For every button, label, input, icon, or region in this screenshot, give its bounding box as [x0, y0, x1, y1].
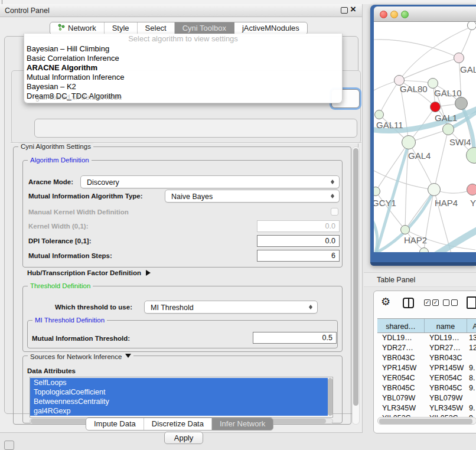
table-cell: YBR043C	[429, 354, 462, 362]
table-cell: YBL079W	[382, 394, 415, 402]
attribute-list-item[interactable]: gal4RGexp	[30, 406, 328, 416]
attribute-list-item[interactable]: BetweennessCentrality	[30, 397, 328, 406]
attribute-list-item[interactable]: TopologicalCoefficient	[30, 387, 328, 397]
table-body: YDL19…YDL19…13YDR27…YDR27…12YBR043CYBR04…	[377, 333, 476, 419]
dpi-tolerance-field[interactable]: 0.0	[257, 235, 340, 247]
aracne-mode-combo[interactable]: Discovery	[80, 175, 340, 188]
deselect-all-icon[interactable]	[443, 299, 458, 306]
tab-label: Select	[145, 22, 167, 34]
table-panel: ⚙ ✓ ✓ shared…nameA YDL19…YDL19…13YDR27…Y…	[373, 291, 476, 433]
cyni-bottom-tabbar: Impute DataDiscretize DataInfer Network	[86, 418, 273, 431]
close-icon[interactable]: ×	[350, 4, 356, 15]
tab-discretize-data[interactable]: Discretize Data	[144, 418, 212, 430]
tab-network[interactable]: Network	[50, 22, 105, 34]
minimize-traffic-light-icon[interactable]	[390, 11, 398, 18]
column-header-a[interactable]: A	[467, 319, 476, 333]
network-window-titlebar[interactable]	[374, 6, 476, 22]
settings-scrollbar-thumb[interactable]	[353, 148, 358, 406]
network-data-combo-fragment[interactable]	[34, 119, 357, 138]
table-row[interactable]: YER054CYER054C8.	[377, 373, 476, 383]
tab-infer-network[interactable]: Infer Network	[212, 418, 273, 430]
mi-algorithm-type-combo[interactable]: Naive Bayes	[165, 190, 340, 203]
tab-label: Network	[68, 22, 96, 34]
table-row[interactable]: YBR045CYBR045C9.	[377, 383, 476, 393]
table-scrollbar-thumb[interactable]	[379, 419, 472, 424]
node-label: SWI4	[449, 137, 471, 147]
table-panel-titlebar: Table Panel	[364, 272, 476, 287]
table-cell: 9.	[469, 384, 475, 392]
sources-title-text: Sources for Network Inference	[30, 353, 122, 360]
gear-icon[interactable]: ⚙	[381, 296, 390, 308]
dropdown-item-basic-correlation-inference[interactable]: Basic Correlation Inference	[24, 54, 342, 63]
network-node-gal[interactable]	[454, 53, 464, 63]
background-combo-text: galFiltered.sif default node	[35, 93, 122, 102]
network-node-gal4[interactable]	[402, 135, 416, 149]
float-window-icon[interactable]	[341, 7, 348, 14]
tab-impute-data[interactable]: Impute Data	[86, 418, 144, 430]
manual-kernel-width-checkbox[interactable]	[331, 208, 338, 216]
kernel-width-field[interactable]: 0.0	[257, 220, 340, 232]
which-threshold-combo[interactable]: MI Threshold	[144, 301, 318, 314]
table-row[interactable]: YBL079WYBL079W	[377, 393, 476, 403]
network-canvas[interactable]: GALGAL80GAL10GAL1GAL11SWI4GAL4GCY1HAP4YH…	[374, 22, 476, 252]
close-traffic-light-icon[interactable]	[380, 11, 387, 18]
attribute-list-item[interactable]: SelfLoops	[30, 378, 328, 387]
document-icon[interactable]	[467, 296, 476, 309]
table-cell: YBL079W	[429, 394, 462, 402]
table-cell: YDR27…	[429, 344, 461, 352]
table-row[interactable]: YPR145WYPR145W9.	[377, 363, 476, 373]
table-cell: 9.	[469, 404, 475, 412]
tab-style[interactable]: Style	[105, 22, 138, 34]
unchecked-box-icon	[451, 299, 458, 306]
table-horizontal-scrollbar[interactable]	[377, 417, 476, 425]
dropdown-item-bayesian-hill-climbing[interactable]: Bayesian – Hill Climbing	[24, 44, 342, 54]
network-node-gal1[interactable]	[430, 102, 441, 112]
table-row[interactable]: YDL19…YDL19…13	[377, 333, 476, 343]
threshold-definition-title: Threshold Definition	[28, 282, 93, 290]
stepper-icon	[331, 192, 335, 200]
table-row[interactable]: YLR345WYLR345W9.	[377, 403, 476, 413]
expand-right-icon	[146, 270, 154, 276]
table-cell: YPR145W	[382, 364, 416, 372]
select-all-icon[interactable]: ✓ ✓	[424, 299, 439, 306]
corner-widget-icon[interactable]	[4, 441, 14, 450]
dropdown-item-bayesian-k2[interactable]: Bayesian – K2	[24, 82, 342, 92]
data-attributes-label: Data Attributes	[27, 367, 76, 374]
network-node-swi4[interactable]	[442, 123, 454, 135]
table-header-row: shared…nameA	[377, 318, 476, 333]
network-node-hap2[interactable]	[400, 225, 410, 234]
network-node[interactable]	[467, 22, 476, 30]
column-header-name[interactable]: name	[425, 319, 467, 333]
split-columns-icon[interactable]	[403, 298, 414, 308]
table-row[interactable]: YDR27…YDR27…12	[377, 343, 476, 353]
apply-button[interactable]: Apply	[164, 432, 203, 444]
tab-select[interactable]: Select	[138, 22, 175, 34]
node-label: HAP4	[435, 198, 458, 208]
network-node[interactable]	[455, 97, 468, 110]
hub-definition-expander[interactable]: Hub/Transcription Factor Definition	[27, 269, 154, 276]
tab-jactivemnodules[interactable]: jActiveMNodules	[234, 22, 307, 34]
table-cell: 9.	[469, 364, 475, 372]
table-cell: YBR045C	[429, 384, 462, 392]
zoom-traffic-light-icon[interactable]	[401, 11, 409, 18]
mi-threshold-field[interactable]: 0.5	[253, 332, 337, 344]
mi-algorithm-type-value: Naive Bayes	[171, 193, 213, 201]
network-view-window: GALGAL80GAL10GAL1GAL11SWI4GAL4GCY1HAP4YH…	[370, 5, 476, 266]
dropdown-item-mutual-information-inference[interactable]: Mutual Information Inference	[24, 73, 342, 82]
network-node-hap4[interactable]	[428, 183, 441, 196]
table-cell: YPR145W	[429, 364, 464, 372]
tab-cyni-toolbox[interactable]: Cyni Toolbox	[175, 22, 234, 34]
dropdown-item-aracne-algorithm[interactable]: ARACNE Algorithm	[24, 63, 342, 73]
mi-steps-field[interactable]: 6	[257, 250, 340, 262]
node-label: GAL4	[408, 151, 431, 161]
column-header-shared-[interactable]: shared…	[377, 319, 425, 333]
list-vertical-scrollbar[interactable]	[328, 378, 332, 416]
table-row[interactable]: YBR043CYBR043C	[377, 353, 476, 363]
window-bottom-shade	[370, 262, 476, 266]
network-node-gal11[interactable]	[374, 110, 384, 119]
network-node-gal10[interactable]	[428, 78, 438, 89]
desktop-top-strip	[0, 0, 476, 4]
node-label: GAL10	[434, 88, 462, 98]
data-attributes-list[interactable]: SelfLoopsTopologicalCoefficientBetweenne…	[30, 377, 333, 418]
network-node-y[interactable]	[467, 184, 476, 195]
